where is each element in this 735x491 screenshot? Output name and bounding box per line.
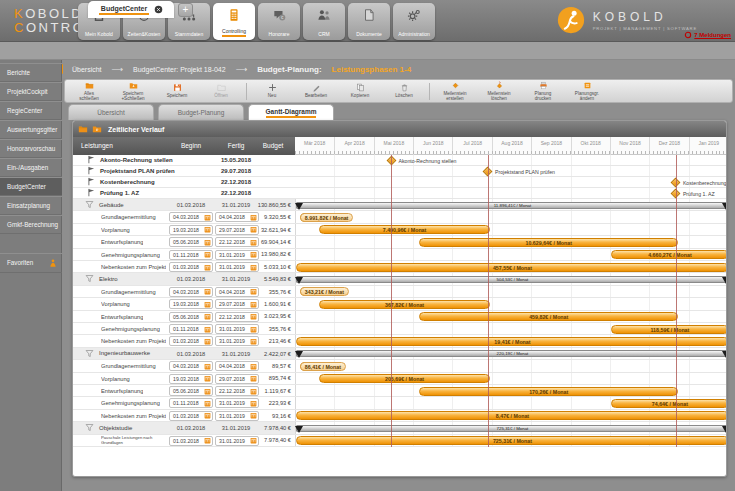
task-end-date-field[interactable]: 04.04.2018 <box>215 361 259 371</box>
calendar-icon[interactable] <box>204 388 211 395</box>
group-collapse-icon[interactable] <box>85 274 94 283</box>
calendar-icon[interactable] <box>250 251 257 258</box>
table-row-vorplanung[interactable]: Vorplanung19.03.201829.07.20181.600,91 €… <box>73 298 727 310</box>
table-row-nebenkosten-zum-projekt[interactable]: Nebenkosten zum Projekt01.03.201831.01.2… <box>73 261 727 273</box>
milestone-marker[interactable] <box>387 156 397 166</box>
task-begin-date-field[interactable]: 19.03.2018 <box>169 299 213 309</box>
calendar-icon[interactable] <box>250 400 257 407</box>
calendar-icon[interactable] <box>204 264 211 271</box>
calendar-icon[interactable] <box>250 412 257 419</box>
calendar-icon[interactable] <box>250 313 257 320</box>
toolbar-speichern-schließen[interactable]: Speichern +Schließen <box>111 80 155 102</box>
toolbar-neu[interactable]: Neu <box>250 80 294 102</box>
calendar-icon[interactable] <box>250 264 257 271</box>
table-row-nebenkosten-zum-projekt[interactable]: Nebenkosten zum Projekt01.03.201831.01.2… <box>73 335 727 347</box>
task-end-date-field[interactable]: 31.01.2019 <box>215 262 259 272</box>
sidebar-item-favoriten[interactable]: Favoriten <box>0 253 62 273</box>
calendar-icon[interactable] <box>250 437 257 444</box>
task-begin-date-field[interactable]: 01.11.2018 <box>169 398 213 408</box>
tab-übersicht[interactable]: Übersicht <box>68 104 154 120</box>
group-collapse-icon[interactable] <box>85 349 94 358</box>
milestone-marker[interactable] <box>671 189 681 199</box>
calendar-icon[interactable] <box>204 301 211 308</box>
task-end-date-field[interactable]: 29.07.2018 <box>215 225 259 235</box>
nav-tab-honorare[interactable]: €Honorare <box>258 3 300 40</box>
task-end-date-field[interactable]: 31.01.2019 <box>215 324 259 334</box>
table-row-grundlagenermittlung[interactable]: Grundlagenermittlung04.03.201804.04.2018… <box>73 286 727 298</box>
milestone-marker[interactable] <box>483 167 493 177</box>
table-row-vorplanung[interactable]: Vorplanung19.03.201829.07.2018895,74 €20… <box>73 373 727 385</box>
sidebar-item-einsatzplanung[interactable]: Einsatzplanung <box>0 196 62 215</box>
calendar-icon[interactable] <box>204 214 211 221</box>
gantt-bar[interactable]: 74,64€ / Monat <box>611 399 727 408</box>
task-begin-date-field[interactable]: 01.03.2018 <box>169 411 213 421</box>
gantt-bar[interactable]: 457,55€ / Monat <box>296 263 727 272</box>
gantt-bar[interactable]: 459,82€ / Monat <box>419 312 678 321</box>
task-end-date-field[interactable]: 04.04.2018 <box>215 212 259 222</box>
calendar-icon[interactable] <box>204 338 211 345</box>
calendar-icon[interactable] <box>204 412 211 419</box>
sidebar-item-gmkf-berechnung[interactable]: Gmkf-Berechnung <box>0 215 62 234</box>
milestone-row[interactable]: Akonto-Rechnung stellen15.05.2018Akonto-… <box>73 155 727 166</box>
gantt-bar[interactable]: 7.490,96€ / Monat <box>319 225 490 234</box>
task-end-date-field[interactable]: 22.12.2018 <box>215 312 259 322</box>
toolbar-meilenstein-löschen[interactable]: Meilenstein löschen <box>477 80 521 102</box>
calendar-icon[interactable] <box>204 326 211 333</box>
task-begin-date-field[interactable]: 01.03.2018 <box>169 336 213 346</box>
task-begin-date-field[interactable]: 04.03.2018 <box>169 361 213 371</box>
calendar-icon[interactable] <box>204 251 211 258</box>
nav-tab-controlling[interactable]: Controlling <box>213 3 255 40</box>
gantt-summary-bar[interactable]: 504,53€ / Monat <box>296 276 727 283</box>
calendar-icon[interactable] <box>204 288 211 295</box>
task-begin-date-field[interactable]: 19.03.2018 <box>169 225 213 235</box>
group-collapse-icon[interactable] <box>85 423 94 432</box>
toolbar-bearbeiten[interactable]: Bearbeiten <box>294 80 338 102</box>
table-row-grundlagenermittlung[interactable]: Grundlagenermittlung04.03.201804.04.2018… <box>73 211 727 223</box>
table-row-objektstudie[interactable]: Objektstudie01.03.201831.01.20197.978,40… <box>73 422 727 434</box>
table-row-elektro[interactable]: Elektro01.03.201831.01.20195.549,83 €504… <box>73 273 727 285</box>
collapse-all-folder-icon[interactable] <box>78 124 88 134</box>
task-begin-date-field[interactable]: 01.03.2018 <box>169 262 213 272</box>
sidebar-item-auswertungsgitter[interactable]: Auswertungsgitter <box>0 120 62 139</box>
gantt-bar[interactable]: 4.660,27€ / Monat <box>611 250 727 259</box>
toolbar-meilenstein-erstellen[interactable]: Meilenstein erstellen <box>433 80 477 102</box>
calendar-icon[interactable] <box>204 437 211 444</box>
column-header-fertig[interactable]: Fertig <box>228 142 245 149</box>
task-begin-date-field[interactable]: 01.03.2018 <box>169 436 213 446</box>
milestone-row[interactable]: Kostenberechnung22.12.2018Kostenberechnu… <box>73 177 727 188</box>
toolbar-speichern[interactable]: Speichern <box>155 80 199 102</box>
workspace-tab-budgetcenter[interactable]: BudgetCenter <box>88 1 174 18</box>
table-row-entwurfsplanung[interactable]: Entwurfsplanung05.06.201822.12.201869.90… <box>73 236 727 248</box>
task-begin-date-field[interactable]: 04.03.2018 <box>169 212 213 222</box>
table-row-genehmigungsplanung[interactable]: Genehmigungsplanung01.11.201831.01.20191… <box>73 249 727 261</box>
gantt-bar[interactable]: 118,59€ / Monat <box>611 325 727 334</box>
column-header-leistungen[interactable]: Leistungen <box>81 142 113 149</box>
calendar-icon[interactable] <box>250 288 257 295</box>
gantt-bar[interactable]: 19,41€ / Monat <box>296 337 727 346</box>
nav-tab-dokumente[interactable]: Dokumente <box>348 3 390 40</box>
table-row-grundlagenermittlung[interactable]: Grundlagenermittlung04.03.201804.04.2018… <box>73 360 727 372</box>
nav-tab-crm[interactable]: CRM <box>303 3 345 40</box>
nav-tab-administration[interactable]: Administration <box>393 3 435 40</box>
messages-link[interactable]: 7 Meldungen <box>684 31 731 39</box>
task-begin-date-field[interactable]: 04.03.2018 <box>169 287 213 297</box>
expand-all-folder-icon[interactable] <box>92 124 102 134</box>
group-collapse-icon[interactable] <box>85 200 94 209</box>
table-row-entwurfsplanung[interactable]: Entwurfsplanung05.06.201822.12.20181.119… <box>73 385 727 397</box>
table-row-ingenieurbauwerke[interactable]: Ingenieurbauwerke01.03.201831.01.20192.4… <box>73 348 727 360</box>
milestone-row[interactable]: Prüfung 1. AZ22.12.2018Prüfung 1. AZ <box>73 188 727 199</box>
task-end-date-field[interactable]: 31.01.2019 <box>215 436 259 446</box>
sidebar-item-projektcockpit[interactable]: ProjektCockpit <box>0 82 62 101</box>
tab-budget-planung[interactable]: Budget-Planung <box>158 104 244 120</box>
gantt-summary-bar[interactable]: 725,31€ / Monat <box>296 425 727 432</box>
task-begin-date-field[interactable]: 01.11.2018 <box>169 324 213 334</box>
gantt-bar[interactable]: 725,31€ / Monat <box>296 436 727 445</box>
task-begin-date-field[interactable]: 05.06.2018 <box>169 312 213 322</box>
gantt-bar[interactable]: 367,82€ / Monat <box>319 300 490 309</box>
calendar-icon[interactable] <box>250 338 257 345</box>
gantt-bar-rate-label[interactable]: 8.991,82€ / Monat <box>300 213 354 222</box>
column-header-budget[interactable]: Budget <box>263 142 284 149</box>
calendar-icon[interactable] <box>250 363 257 370</box>
task-begin-date-field[interactable]: 19.03.2018 <box>169 374 213 384</box>
table-row-gebäude[interactable]: Gebäude01.03.201831.01.2019130.860,55 €1… <box>73 199 727 211</box>
